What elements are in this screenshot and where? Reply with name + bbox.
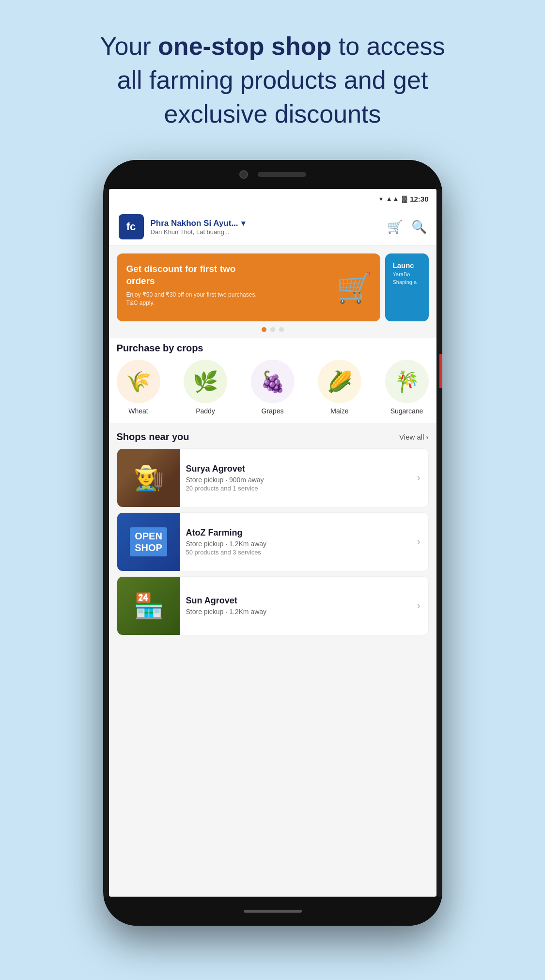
- signal-icon: ▲▲: [386, 195, 399, 203]
- status-icons: ▾ ▲▲ ▓ 12:30: [379, 195, 428, 203]
- dot-3[interactable]: [279, 327, 284, 332]
- shops-section-header: Shops near you View all ›: [109, 427, 436, 448]
- shop-info-sun: Sun Agrovet Store pickup · 1.2Km away: [180, 588, 417, 624]
- dot-2[interactable]: [270, 327, 275, 332]
- banner-secondary-sub2: Shaping a: [393, 279, 421, 285]
- banner-main[interactable]: Get discount for first two orders Enjoy …: [117, 253, 380, 321]
- shop-products-surya: 20 products and 1 service: [186, 485, 411, 492]
- crop-label-maize: Maize: [330, 407, 348, 415]
- shop-pickup-sun: Store pickup · 1.2Km away: [186, 608, 411, 616]
- shop-name-surya: Surya Agrovet: [186, 464, 411, 474]
- carousel-dots: [109, 321, 436, 338]
- shop-card-surya[interactable]: Surya Agrovet Store pickup · 900m away 2…: [117, 448, 429, 507]
- tagline: Your one-stop shop to access all farming…: [0, 0, 545, 146]
- shops-section: Shops near you View all › Surya Agrovet …: [109, 427, 436, 635]
- cart-icon[interactable]: 🛒: [387, 220, 403, 235]
- home-indicator: [244, 910, 302, 913]
- crops-section: Purchase by crops 🌾 Wheat 🌿 Paddy 🍇 Grap…: [109, 338, 436, 423]
- phone-top-bar: [103, 160, 442, 189]
- phone-frame: ▾ ▲▲ ▓ 12:30 fc Phra Nakhon Si Ayut... ▾…: [103, 160, 442, 926]
- location-name[interactable]: Phra Nakhon Si Ayut... ▾: [151, 219, 380, 228]
- shop-arrow-atoz: ›: [417, 536, 428, 548]
- phone-volume-button: [439, 354, 442, 388]
- crop-circle-wheat: 🌾: [117, 360, 160, 403]
- phone-mockup: ▾ ▲▲ ▓ 12:30 fc Phra Nakhon Si Ayut... ▾…: [103, 160, 442, 974]
- phone-screen: ▾ ▲▲ ▓ 12:30 fc Phra Nakhon Si Ayut... ▾…: [109, 189, 436, 897]
- shop-info-atoz: AtoZ Farming Store pickup · 1.2Km away 5…: [180, 520, 417, 564]
- header-icons: 🛒 🔍: [387, 220, 427, 235]
- status-bar: ▾ ▲▲ ▓ 12:30: [109, 189, 436, 208]
- location-sub: Dan Khun Thot, Lat buang...: [151, 228, 380, 236]
- crop-item-grapes[interactable]: 🍇 Grapes: [251, 360, 295, 415]
- status-time: 12:30: [410, 195, 428, 203]
- crop-item-wheat[interactable]: 🌾 Wheat: [117, 360, 160, 415]
- crops-section-header: Purchase by crops: [109, 338, 436, 360]
- crop-circle-paddy: 🌿: [184, 360, 227, 403]
- dot-1[interactable]: [262, 327, 266, 332]
- wifi-icon: ▾: [379, 195, 383, 203]
- crop-item-paddy[interactable]: 🌿 Paddy: [184, 360, 227, 415]
- banner-section: Get discount for first two orders Enjoy …: [109, 246, 436, 321]
- crop-circle-maize: 🌽: [318, 360, 361, 403]
- crop-circle-grapes: 🍇: [251, 360, 295, 403]
- shop-pickup-atoz: Store pickup · 1.2Km away: [186, 540, 411, 548]
- banner-basket-icon: 🛒: [336, 270, 373, 305]
- shop-card-sun[interactable]: Sun Agrovet Store pickup · 1.2Km away ›: [117, 576, 429, 635]
- battery-icon: ▓: [402, 195, 407, 203]
- chevron-down-icon: ▾: [241, 219, 245, 228]
- shops-section-title: Shops near you: [117, 431, 189, 443]
- phone-bottom-bar: [103, 897, 442, 926]
- banner-secondary-sub: YaraBo: [393, 271, 421, 277]
- shop-image-sun: [117, 577, 180, 635]
- crop-label-grapes: Grapes: [262, 407, 284, 415]
- shop-card-atoz[interactable]: OPENSHOP AtoZ Farming Store pickup · 1.2…: [117, 512, 429, 571]
- open-sign: OPENSHOP: [130, 527, 167, 556]
- crop-item-maize[interactable]: 🌽 Maize: [318, 360, 361, 415]
- crop-label-sugarcane: Sugarcane: [390, 407, 423, 415]
- app-header: fc Phra Nakhon Si Ayut... ▾ Dan Khun Tho…: [109, 208, 436, 246]
- shop-image-surya: [117, 449, 180, 507]
- shop-info-surya: Surya Agrovet Store pickup · 900m away 2…: [180, 456, 417, 500]
- phone-speaker: [258, 172, 306, 177]
- crop-item-sugarcane[interactable]: 🎋 Sugarcane: [385, 360, 429, 415]
- shop-products-atoz: 50 products and 3 services: [186, 549, 411, 556]
- crops-section-title: Purchase by crops: [117, 343, 203, 354]
- banner-secondary-title: Launc: [393, 261, 421, 269]
- tagline-text: Your one-stop shop to access all farming…: [100, 32, 445, 128]
- banner-secondary[interactable]: Launc YaraBo Shaping a: [385, 253, 429, 321]
- shop-pickup-surya: Store pickup · 900m away: [186, 476, 411, 484]
- shop-arrow-surya: ›: [417, 472, 428, 484]
- shop-name-sun: Sun Agrovet: [186, 596, 411, 606]
- banner-main-subtitle: Enjoy ₹50 and ₹30 off on your first two …: [126, 291, 261, 307]
- chevron-right-icon: ›: [426, 433, 429, 441]
- fc-logo: fc: [119, 214, 144, 239]
- crop-circle-sugarcane: 🎋: [385, 360, 429, 403]
- banner-main-title: Get discount for first two orders: [126, 263, 261, 287]
- crop-label-wheat: Wheat: [128, 407, 148, 415]
- phone-camera: [239, 170, 248, 179]
- search-icon[interactable]: 🔍: [411, 220, 427, 235]
- crop-label-paddy: Paddy: [196, 407, 215, 415]
- crops-row: 🌾 Wheat 🌿 Paddy 🍇 Grapes 🌽 Maize: [109, 360, 436, 415]
- shop-name-atoz: AtoZ Farming: [186, 528, 411, 538]
- view-all-button[interactable]: View all ›: [399, 433, 428, 441]
- tagline-bold: one-stop shop: [158, 32, 331, 60]
- shop-image-atoz: OPENSHOP: [117, 513, 180, 571]
- shop-arrow-sun: ›: [417, 600, 428, 612]
- location-info[interactable]: Phra Nakhon Si Ayut... ▾ Dan Khun Thot, …: [151, 219, 380, 236]
